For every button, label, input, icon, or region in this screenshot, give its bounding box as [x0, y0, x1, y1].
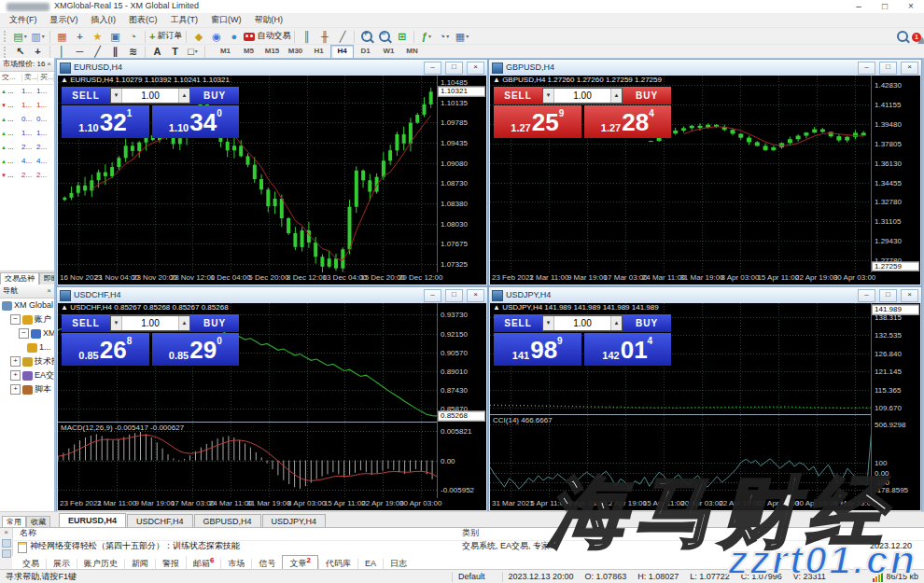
bar-chart-button[interactable]: ║	[298, 30, 315, 44]
close-button[interactable]: ×	[467, 289, 484, 302]
close-icon[interactable]: ×	[47, 287, 51, 296]
chart-window-titlebar[interactable]: USDCHF,H4–□×	[57, 287, 487, 303]
zoom-in-button[interactable]	[357, 30, 375, 44]
sell-price-button[interactable]: 1.27259	[494, 105, 581, 138]
navigator-item[interactable]: XM Global	[0, 298, 54, 312]
sell-price-button[interactable]: 1.10321	[62, 105, 149, 138]
market-watch-row[interactable]: ▲...1...1...	[0, 85, 54, 99]
volume-dropdown-icon[interactable]: ▼	[543, 89, 554, 103]
collapse-icon[interactable]: −	[10, 314, 21, 325]
expand-icon[interactable]: +	[10, 370, 21, 381]
new-chart-button[interactable]: ▤▾	[11, 30, 29, 44]
collapse-icon[interactable]: −	[19, 328, 29, 339]
template-button[interactable]: ▦▾	[453, 30, 470, 44]
menu-item[interactable]: 图表(C)	[122, 15, 164, 26]
market-watch-row[interactable]: ▲...1...1...	[0, 127, 54, 141]
menu-item[interactable]: 插入(I)	[85, 15, 123, 26]
minimize-button[interactable]: –	[858, 62, 875, 75]
volume-up-icon[interactable]: ▲	[178, 89, 189, 103]
menu-item[interactable]: 显示(V)	[44, 15, 85, 26]
vline-tool[interactable]: │	[53, 45, 71, 59]
expand-icon[interactable]: +	[10, 356, 21, 367]
navigator-titlebar[interactable]: 导航 ×	[0, 285, 54, 298]
autotrading-toggle[interactable]: 自动交易	[243, 30, 291, 44]
navigator-item[interactable]: +脚本	[0, 382, 54, 396]
chart-tab[interactable]: EURUSD,H4	[59, 513, 126, 528]
maximize-window-button[interactable]: □	[872, 1, 898, 13]
trendline-tool[interactable]: ╱	[89, 45, 106, 59]
buy-label[interactable]: BUY	[623, 87, 671, 104]
close-button[interactable]: ×	[467, 62, 484, 75]
volume-dropdown-icon[interactable]: ▼	[111, 89, 122, 103]
menu-item[interactable]: 文件(F)	[3, 15, 44, 26]
panel-toggle-icon[interactable]	[2, 549, 11, 558]
metaeditor-button[interactable]: ◆	[189, 30, 207, 44]
market-watch-row[interactable]: ▲...0...0...	[0, 113, 54, 127]
text-tool[interactable]: A	[148, 45, 166, 59]
buy-label[interactable]: BUY	[190, 314, 239, 332]
navigator-item[interactable]: +EA交易	[0, 368, 54, 382]
market-watch-tab[interactable]: 交易品种	[0, 272, 39, 285]
chart-window-titlebar[interactable]: USDJPY,H4–□×	[489, 287, 921, 303]
volume-dropdown-icon[interactable]: ▼	[543, 316, 554, 330]
profiles-button[interactable]: ▥▾	[29, 30, 47, 44]
close-window-button[interactable]: ×	[898, 1, 924, 13]
strategy-tester-toggle[interactable]: ◔	[124, 30, 142, 44]
close-icon[interactable]: ×	[47, 61, 51, 69]
sell-price-button[interactable]: 0.85268	[62, 333, 149, 366]
volume-spinner[interactable]: ▼1.00▲	[110, 88, 190, 104]
minimize-button[interactable]: –	[424, 289, 441, 302]
chart-window-titlebar[interactable]: GBPUSD,H4–□×	[489, 60, 921, 76]
toolbar-grip[interactable]	[4, 31, 8, 42]
column-header[interactable]: 交...	[0, 74, 22, 82]
sell-label[interactable]: SELL	[62, 87, 110, 104]
volume-spinner[interactable]: ▼1.00▲	[542, 315, 623, 331]
navigator-item[interactable]: +技术指标	[0, 354, 54, 368]
periods-button[interactable]: ◔▾	[435, 30, 453, 44]
market-watch-row[interactable]: ▲...4...4...	[0, 155, 54, 169]
new-order-button[interactable]: +新订单	[148, 30, 183, 44]
sell-label[interactable]: SELL	[494, 87, 542, 104]
candlestick-button[interactable]: ╫	[315, 30, 333, 44]
panel-toggle-icon[interactable]	[2, 539, 11, 548]
sell-label[interactable]: SELL	[62, 314, 110, 332]
data-window-toggle[interactable]: +	[71, 30, 89, 44]
cursor-tool[interactable]: ↖	[11, 45, 29, 59]
shapes-tool[interactable]: □▾	[184, 45, 202, 59]
menu-item[interactable]: 窗口(W)	[204, 15, 248, 26]
expand-icon[interactable]: +	[10, 384, 21, 395]
minimize-window-button[interactable]: –	[846, 1, 872, 13]
sell-price-button[interactable]: 141989	[494, 333, 581, 366]
terminal-toggle[interactable]: ▣	[106, 30, 124, 44]
market-watch-row[interactable]: ▼...2...2...	[0, 169, 54, 183]
minimize-button[interactable]: –	[858, 289, 875, 302]
restore-button[interactable]: □	[445, 62, 463, 75]
restore-button[interactable]: □	[879, 62, 897, 75]
mql5-website-button[interactable]: ●	[225, 30, 243, 44]
channel-tool[interactable]: ∥	[106, 45, 124, 59]
column-header[interactable]: 卖...	[22, 74, 38, 82]
navigator-toggle[interactable]: ★	[89, 30, 106, 44]
buy-price-button[interactable]: 1.10340	[152, 105, 240, 138]
buy-label[interactable]: BUY	[623, 314, 671, 332]
market-watch-tab[interactable]: 即时图表	[39, 272, 54, 285]
navigator-item[interactable]: −账户	[0, 312, 54, 326]
tile-windows-button[interactable]: ⊞	[393, 30, 411, 44]
status-profile[interactable]: Default	[458, 573, 485, 582]
menu-item[interactable]: 工具(T)	[164, 15, 205, 26]
buy-price-button[interactable]: 1.27284	[584, 105, 672, 138]
volume-up-icon[interactable]: ▲	[178, 316, 189, 330]
buy-price-button[interactable]: 142014	[584, 333, 672, 366]
label-tool[interactable]: T	[166, 45, 184, 59]
restore-button[interactable]: □	[445, 289, 463, 302]
volume-up-icon[interactable]: ▲	[610, 316, 622, 330]
mql5-community-button[interactable]: ◉	[207, 30, 225, 44]
close-icon[interactable]: ×	[4, 529, 8, 537]
crosshair-tool[interactable]: +	[29, 45, 47, 59]
chart-tab[interactable]: USDJPY,H4	[262, 514, 326, 528]
volume-spinner[interactable]: ▼1.00▲	[110, 315, 190, 331]
sell-label[interactable]: SELL	[494, 314, 542, 332]
market-watch-row[interactable]: ▲...2...2...	[0, 141, 54, 155]
toolbar-grip[interactable]	[4, 47, 8, 58]
buy-price-button[interactable]: 0.85290	[152, 333, 240, 366]
